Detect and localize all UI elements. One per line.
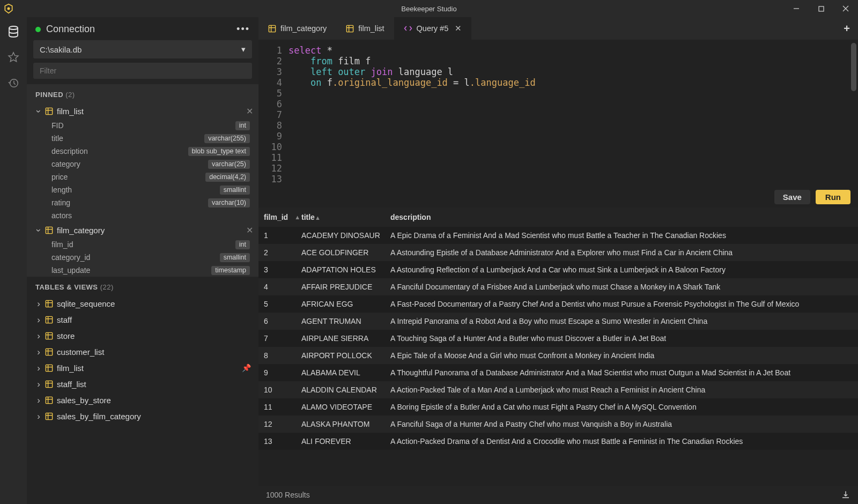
cell[interactable]: 13 bbox=[258, 437, 300, 446]
cell[interactable]: ACE GOLDFINGER bbox=[300, 248, 389, 257]
save-button[interactable]: Save bbox=[774, 190, 810, 204]
grid-row[interactable]: 5AFRICAN EGGA Fast-Paced Documentary of … bbox=[258, 295, 858, 313]
rail-favorites-icon[interactable] bbox=[6, 50, 20, 64]
cell[interactable]: A Astounding Epistle of a Database Admin… bbox=[389, 248, 858, 257]
cell[interactable]: 3 bbox=[258, 265, 300, 274]
cell[interactable]: A Astounding Reflection of a Lumberjack … bbox=[389, 265, 858, 274]
pinned-table-row[interactable]: ›film_list✕ bbox=[27, 103, 258, 119]
close-button[interactable] bbox=[833, 0, 858, 17]
cell[interactable]: ALASKA PHANTOM bbox=[300, 420, 389, 428]
table-row[interactable]: ›sqlite_sequence bbox=[27, 295, 258, 312]
table-row[interactable]: ›customer_list bbox=[27, 344, 258, 360]
grid-row[interactable]: 10ALADDIN CALENDARA Action-Packed Tale o… bbox=[258, 381, 858, 398]
chevron-icon[interactable]: › bbox=[34, 299, 43, 308]
cell[interactable]: AIRPLANE SIERRA bbox=[300, 334, 389, 343]
pinned-table-row[interactable]: ›film_category✕ bbox=[27, 222, 258, 238]
cell[interactable]: 7 bbox=[258, 334, 300, 343]
chevron-icon[interactable]: › bbox=[34, 380, 43, 389]
tab[interactable]: film_list bbox=[336, 17, 394, 40]
cell[interactable]: ALI FOREVER bbox=[300, 437, 389, 446]
column-row[interactable]: FIDint bbox=[27, 119, 258, 132]
cell[interactable]: 9 bbox=[258, 368, 300, 377]
rail-database-icon[interactable] bbox=[6, 25, 20, 39]
pin-icon[interactable]: 📌 bbox=[242, 364, 251, 372]
download-icon[interactable] bbox=[841, 490, 850, 500]
table-row[interactable]: ›film_list📌 bbox=[27, 360, 258, 376]
grid-row[interactable]: 8AIRPORT POLLOCKA Epic Tale of a Moose A… bbox=[258, 347, 858, 364]
column-row[interactable]: film_idint bbox=[27, 238, 258, 251]
cell[interactable]: A Epic Tale of a Moose And a Girl who mu… bbox=[389, 351, 858, 360]
column-row[interactable]: descriptionblob sub_type text bbox=[27, 145, 258, 158]
grid-row[interactable]: 2ACE GOLDFINGERA Astounding Epistle of a… bbox=[258, 244, 858, 261]
sql-editor[interactable]: 1 2 3 4 5 6 7 8 9 10 11 12 13 select * f… bbox=[258, 40, 858, 187]
grid-row[interactable]: 12ALASKA PHANTOMA Fanciful Saga of a Hun… bbox=[258, 416, 858, 433]
sort-asc-icon[interactable]: ▲ bbox=[294, 214, 300, 220]
column-row[interactable]: category_idsmallint bbox=[27, 251, 258, 264]
cell[interactable]: AGENT TRUMAN bbox=[300, 317, 389, 325]
editor-scrollbar[interactable] bbox=[851, 43, 856, 91]
maximize-button[interactable] bbox=[809, 0, 833, 17]
cell[interactable]: A Fanciful Documentary of a Frisbee And … bbox=[389, 283, 858, 291]
cell[interactable]: ADAPTATION HOLES bbox=[300, 265, 389, 274]
column-row[interactable]: pricedecimal(4,2) bbox=[27, 171, 258, 183]
connection-menu-icon[interactable]: ••• bbox=[236, 24, 250, 35]
grid-row[interactable]: 4AFFAIR PREJUDICEA Fanciful Documentary … bbox=[258, 278, 858, 295]
column-row[interactable]: ratingvarchar(10) bbox=[27, 196, 258, 209]
cell[interactable]: A Action-Packed Tale of a Man And a Lumb… bbox=[389, 386, 858, 394]
cell[interactable]: AIRPORT POLLOCK bbox=[300, 351, 389, 360]
table-row[interactable]: ›staff bbox=[27, 312, 258, 328]
cell[interactable]: 4 bbox=[258, 283, 300, 291]
tab[interactable]: film_category bbox=[258, 17, 336, 40]
unpin-icon[interactable]: ✕ bbox=[246, 225, 253, 235]
grid-row[interactable]: 6AGENT TRUMANA Intrepid Panorama of a Ro… bbox=[258, 313, 858, 330]
rail-history-icon[interactable] bbox=[6, 76, 20, 90]
cell[interactable]: AFFAIR PREJUDICE bbox=[300, 283, 389, 291]
cell[interactable]: 6 bbox=[258, 317, 300, 325]
run-button[interactable]: Run bbox=[816, 190, 850, 204]
cell[interactable]: A Intrepid Panorama of a Robot And a Boy… bbox=[389, 317, 858, 325]
chevron-icon[interactable]: › bbox=[34, 107, 43, 115]
cell[interactable]: A Action-Packed Drama of a Dentist And a… bbox=[389, 437, 858, 446]
cell[interactable]: ACADEMY DINOSAUR bbox=[300, 231, 389, 240]
cell[interactable]: ALADDIN CALENDAR bbox=[300, 386, 389, 394]
close-tab-icon[interactable]: ✕ bbox=[455, 24, 462, 33]
cell[interactable]: A Thoughtful Panorama of a Database Admi… bbox=[389, 368, 858, 377]
chevron-icon[interactable]: › bbox=[34, 331, 43, 340]
grid-row[interactable]: 9ALABAMA DEVILA Thoughtful Panorama of a… bbox=[258, 364, 858, 381]
grid-row[interactable]: 7AIRPLANE SIERRAA Touching Saga of a Hun… bbox=[258, 330, 858, 347]
column-header[interactable]: title bbox=[301, 213, 315, 221]
new-tab-button[interactable]: + bbox=[835, 17, 858, 40]
chevron-icon[interactable]: › bbox=[34, 396, 43, 405]
column-row[interactable]: last_updatetimestamp bbox=[27, 264, 258, 277]
cell[interactable]: A Fast-Paced Documentary of a Pastry Che… bbox=[389, 300, 858, 308]
cell[interactable]: 8 bbox=[258, 351, 300, 360]
chevron-icon[interactable]: › bbox=[34, 347, 43, 357]
column-header[interactable]: film_id bbox=[264, 213, 288, 221]
table-row[interactable]: ›store bbox=[27, 328, 258, 344]
tables-views-header[interactable]: TABLES & VIEWS (22) bbox=[27, 277, 258, 295]
cell[interactable]: 12 bbox=[258, 420, 300, 428]
grid-row[interactable]: 11ALAMO VIDEOTAPEA Boring Epistle of a B… bbox=[258, 398, 858, 416]
cell[interactable]: A Fanciful Saga of a Hunter And a Pastry… bbox=[389, 420, 858, 428]
table-row[interactable]: ›staff_list bbox=[27, 376, 258, 392]
tab[interactable]: Query #5✕ bbox=[394, 17, 472, 40]
table-row[interactable]: ›sales_by_film_category bbox=[27, 408, 258, 424]
unpin-icon[interactable]: ✕ bbox=[246, 106, 253, 116]
cell[interactable]: ALABAMA DEVIL bbox=[300, 368, 389, 377]
grid-row[interactable]: 1ACADEMY DINOSAURA Epic Drama of a Femin… bbox=[258, 227, 858, 244]
database-selector[interactable]: C:\sakila.db ▾ bbox=[33, 40, 252, 58]
grid-row[interactable]: 13ALI FOREVERA Action-Packed Drama of a … bbox=[258, 433, 858, 450]
editor-code[interactable]: select * from film f left outer join lan… bbox=[289, 45, 536, 184]
column-row[interactable]: lengthsmallint bbox=[27, 183, 258, 196]
column-header[interactable]: description bbox=[390, 213, 431, 221]
grid-header[interactable]: film_id▲ title▲ description bbox=[258, 207, 858, 227]
chevron-icon[interactable]: › bbox=[34, 412, 43, 421]
cell[interactable]: 11 bbox=[258, 403, 300, 411]
chevron-icon[interactable]: › bbox=[34, 226, 43, 234]
cell[interactable]: ALAMO VIDEOTAPE bbox=[300, 403, 389, 411]
chevron-icon[interactable]: › bbox=[34, 364, 43, 373]
cell[interactable]: A Boring Epistle of a Butler And a Cat w… bbox=[389, 403, 858, 411]
cell[interactable]: 10 bbox=[258, 386, 300, 394]
filter-input[interactable]: Filter bbox=[33, 63, 252, 79]
cell[interactable]: 2 bbox=[258, 248, 300, 257]
